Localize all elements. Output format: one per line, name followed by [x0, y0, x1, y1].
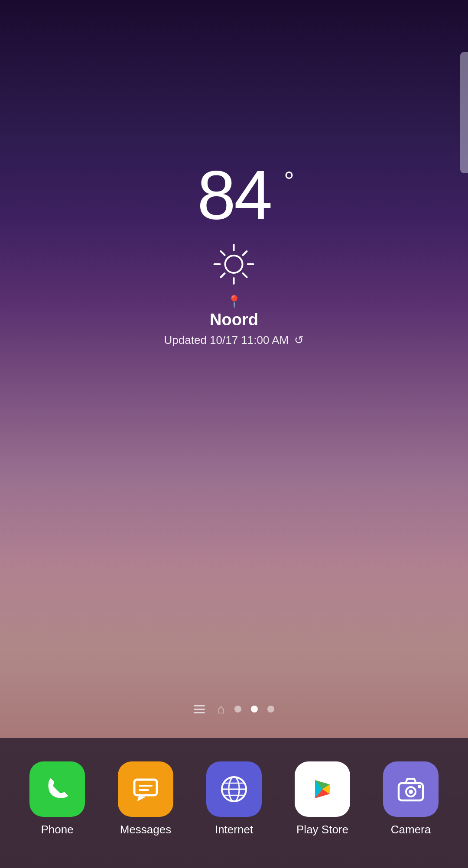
dock-app-phone[interactable]: Phone [29, 761, 85, 836]
messages-label: Messages [120, 823, 172, 836]
updated-timestamp: Updated 10/17 11:00 AM ↺ [164, 334, 304, 347]
dock-app-internet[interactable]: Internet [206, 761, 262, 836]
svg-line-8 [221, 273, 225, 277]
phone-icon[interactable] [29, 761, 85, 817]
dock-app-messages[interactable]: Messages [118, 761, 173, 836]
dock-app-camera[interactable]: Camera [383, 761, 439, 836]
svg-point-20 [418, 785, 421, 788]
camera-svg [395, 774, 426, 805]
svg-line-5 [221, 251, 225, 255]
camera-label: Camera [391, 823, 431, 836]
messages-icon[interactable] [118, 761, 173, 817]
page-dot-1[interactable] [234, 706, 241, 713]
playstore-icon[interactable] [295, 761, 350, 817]
refresh-icon[interactable]: ↺ [294, 334, 304, 347]
page-dot-active[interactable] [251, 706, 258, 713]
playstore-svg [307, 774, 338, 804]
home-nav-icon[interactable]: ⌂ [217, 702, 225, 716]
svg-rect-9 [134, 780, 157, 795]
svg-point-19 [409, 790, 413, 794]
page-dots-navigation: ⌂ [194, 702, 274, 716]
sun-icon [212, 243, 256, 286]
internet-label: Internet [215, 823, 253, 836]
svg-line-7 [243, 251, 247, 255]
phone-svg [42, 774, 72, 804]
degree-symbol: ° [284, 168, 292, 194]
messages-svg [130, 774, 161, 805]
phone-label: Phone [41, 823, 73, 836]
internet-svg [218, 773, 250, 806]
playstore-label: Play Store [296, 823, 348, 836]
svg-line-6 [243, 273, 247, 277]
page-dot-3[interactable] [267, 706, 274, 713]
internet-icon[interactable] [206, 761, 262, 817]
svg-point-0 [225, 256, 243, 273]
weather-widget[interactable]: 84° 📍 Noord Updated 10/17 11:00 AM ↺ [164, 160, 304, 347]
temperature-display: 84° [197, 160, 271, 230]
app-dock: Phone Messages Internet [0, 738, 468, 868]
scroll-indicator [460, 52, 468, 173]
camera-icon[interactable] [383, 761, 439, 817]
location-name: Noord [210, 311, 258, 329]
dock-app-playstore[interactable]: Play Store [295, 761, 350, 836]
location-pin-icon: 📍 [227, 295, 242, 309]
menu-lines-icon[interactable] [194, 705, 208, 713]
